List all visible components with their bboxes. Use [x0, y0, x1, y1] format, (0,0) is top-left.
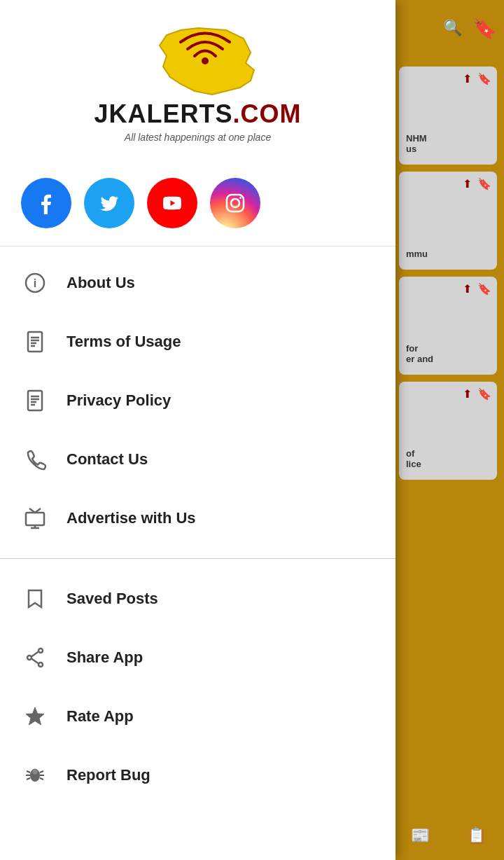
svg-point-19: [38, 649, 43, 653]
bg-header: 🔍 🔖: [392, 0, 504, 56]
report-bug-label: Report Bug: [66, 766, 150, 784]
twitter-icon: [98, 192, 120, 214]
phone-icon: [21, 445, 49, 473]
contact-label: Contact Us: [66, 450, 148, 469]
svg-point-2: [231, 199, 239, 207]
menu-item-privacy[interactable]: Privacy Policy: [0, 371, 396, 430]
menu-item-rate-app[interactable]: Rate App: [0, 687, 396, 746]
svg-point-3: [239, 197, 241, 199]
svg-line-22: [31, 652, 38, 657]
menu-item-about-us[interactable]: i About Us: [0, 254, 396, 312]
menu-section-2: Saved Posts Share App Rate: [0, 566, 396, 808]
brand-tagline: All latest happenings at one place: [125, 132, 271, 143]
svg-point-25: [32, 769, 38, 775]
bg-bottombar: 📰 📋: [392, 811, 504, 860]
share-icon: ⬆: [463, 72, 472, 85]
search-icon: 🔍: [443, 19, 462, 37]
svg-text:i: i: [34, 277, 36, 289]
menu-item-saved-posts[interactable]: Saved Posts: [0, 569, 396, 628]
menu-item-advertise[interactable]: Advertise with Us: [0, 489, 396, 548]
instagram-icon: [224, 192, 246, 214]
terms-label: Terms of Usage: [66, 333, 181, 351]
twitter-button[interactable]: [84, 178, 134, 228]
bg-card: ⬆ 🔖 oflice: [399, 382, 497, 480]
info-icon: i: [21, 269, 49, 297]
privacy-document-icon: [21, 387, 49, 415]
svg-line-23: [31, 659, 38, 664]
tv-icon: [21, 504, 49, 532]
about-us-label: About Us: [66, 274, 135, 292]
svg-point-0: [202, 57, 209, 64]
menu-item-report-bug[interactable]: Report Bug: [0, 746, 396, 805]
bg-card: ⬆ 🔖 forer and: [399, 277, 497, 375]
card-text: oflice: [406, 448, 421, 469]
menu-item-contact[interactable]: Contact Us: [0, 430, 396, 489]
bottom-icon: 📋: [467, 826, 486, 845]
social-media-row: [0, 167, 396, 242]
divider: [0, 246, 396, 247]
star-icon: [21, 702, 49, 730]
svg-point-21: [38, 663, 43, 667]
bg-card: ⬆ 🔖 mmu: [399, 172, 497, 270]
bookmark-icon: 🔖: [477, 72, 491, 85]
logo-container: JKALERTS.COM All latest happenings at on…: [21, 21, 374, 143]
svg-line-29: [40, 771, 43, 772]
bug-icon: [21, 761, 49, 789]
menu-item-terms[interactable]: Terms of Usage: [0, 312, 396, 371]
saved-posts-label: Saved Posts: [66, 590, 158, 608]
card-text: mmu: [406, 249, 428, 259]
share-app-label: Share App: [66, 649, 143, 667]
share-icon: ⬆: [463, 177, 472, 190]
instagram-button[interactable]: [210, 178, 260, 228]
bookmark-icon: 🔖: [477, 282, 491, 296]
advertise-label: Advertise with Us: [66, 509, 196, 527]
svg-line-28: [27, 778, 30, 779]
svg-rect-16: [26, 513, 44, 525]
bookmark-icon: 🔖: [477, 177, 491, 190]
youtube-icon: [161, 192, 183, 214]
youtube-button[interactable]: [147, 178, 197, 228]
logo-section: JKALERTS.COM All latest happenings at on…: [0, 0, 396, 167]
svg-rect-6: [28, 332, 42, 352]
svg-rect-11: [28, 391, 42, 410]
svg-line-26: [27, 771, 30, 772]
privacy-label: Privacy Policy: [66, 391, 171, 410]
bookmark-active-icon: 🔖: [477, 387, 491, 401]
menu-section-1: i About Us Terms of Usage: [0, 250, 396, 551]
share-icon: ⬆: [463, 387, 472, 401]
share-icon: ⬆: [463, 282, 472, 296]
app-logo-icon: [128, 21, 268, 98]
menu-item-share-app[interactable]: Share App: [0, 628, 396, 687]
facebook-icon: [35, 192, 57, 214]
brand-name: JKALERTS.COM: [94, 99, 301, 129]
bottom-icon: 📰: [411, 826, 430, 845]
bg-card: ⬆ 🔖 NHMus: [399, 67, 497, 165]
navigation-drawer: JKALERTS.COM All latest happenings at on…: [0, 0, 396, 860]
section-divider: [0, 558, 396, 559]
document-icon: [21, 328, 49, 356]
svg-line-31: [40, 778, 43, 779]
share-icon: [21, 644, 49, 672]
header-bookmark-icon: 🔖: [472, 17, 497, 40]
facebook-button[interactable]: [21, 178, 71, 228]
card-text: forer and: [406, 343, 433, 364]
bookmark-icon: [21, 585, 49, 613]
svg-point-20: [27, 656, 31, 660]
card-text: NHMus: [406, 133, 427, 154]
rate-app-label: Rate App: [66, 707, 134, 726]
